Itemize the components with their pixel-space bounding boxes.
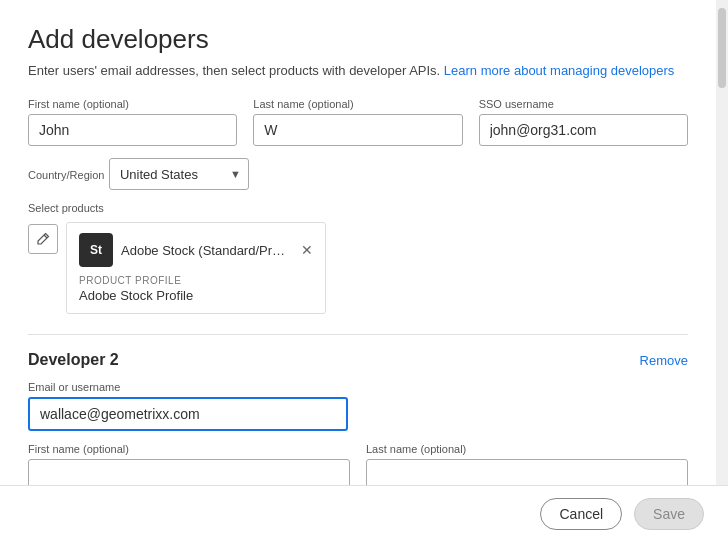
product-name: Adobe Stock (Standard/Premium U... [121, 243, 291, 258]
scrollbar-track[interactable] [716, 0, 728, 485]
dev2-remove-link[interactable]: Remove [640, 353, 688, 368]
dev2-name-row: First name (optional) Last name (optiona… [28, 443, 688, 485]
dev2-email-input[interactable] [28, 397, 348, 431]
dev2-header: Developer 2 Remove [28, 351, 688, 369]
dev1-country-label: Country/Region [28, 169, 104, 181]
dev2-firstname-input[interactable] [28, 459, 350, 485]
developer-1-section: First name (optional) Last name (optiona… [28, 98, 688, 314]
dev1-sso-group: SSO username [479, 98, 688, 146]
dev1-country-group: Country/Region United States Canada Unit… [28, 158, 688, 190]
dev1-lastname-group: Last name (optional) [253, 98, 462, 146]
dev2-firstname-group: First name (optional) [28, 443, 350, 485]
page-title: Add developers [28, 24, 688, 55]
section-divider [28, 334, 688, 335]
product-icon-name-group: St Adobe Stock (Standard/Premium U... [79, 233, 291, 267]
dev1-lastname-input[interactable] [253, 114, 462, 146]
dev1-select-products-label: Select products [28, 202, 688, 214]
dev1-lastname-label: Last name (optional) [253, 98, 462, 110]
dev1-product-card: St Adobe Stock (Standard/Premium U... ✕ … [66, 222, 326, 314]
dev2-firstname-label: First name (optional) [28, 443, 350, 455]
dev1-firstname-group: First name (optional) [28, 98, 237, 146]
dev1-select-products-section: Select products St [28, 202, 688, 314]
learn-more-link[interactable]: Learn more about managing developers [444, 63, 675, 78]
developer-2-section: Developer 2 Remove Email or username Fir… [28, 351, 688, 485]
dev1-sso-label: SSO username [479, 98, 688, 110]
scrollbar-thumb[interactable] [718, 8, 726, 88]
dev2-email-label: Email or username [28, 381, 688, 393]
dev1-country-select[interactable]: United States Canada United Kingdom Aust… [109, 158, 249, 190]
product-profile-name: Adobe Stock Profile [79, 288, 313, 303]
dev2-lastname-label: Last name (optional) [366, 443, 688, 455]
product-profile-label: PRODUCT PROFILE [79, 275, 313, 286]
dev1-name-row: First name (optional) Last name (optiona… [28, 98, 688, 146]
cancel-button[interactable]: Cancel [540, 498, 622, 530]
dev2-lastname-input[interactable] [366, 459, 688, 485]
dev1-sso-input[interactable] [479, 114, 688, 146]
pencil-icon [36, 232, 50, 246]
product-card-header: St Adobe Stock (Standard/Premium U... ✕ [79, 233, 313, 267]
dev2-lastname-group: Last name (optional) [366, 443, 688, 485]
dev1-country-wrapper: United States Canada United Kingdom Aust… [109, 158, 249, 190]
dev1-firstname-label: First name (optional) [28, 98, 237, 110]
dev2-title: Developer 2 [28, 351, 119, 369]
adobe-stock-icon: St [79, 233, 113, 267]
remove-product-button[interactable]: ✕ [301, 243, 313, 257]
dev1-firstname-input[interactable] [28, 114, 237, 146]
page-description: Enter users' email addresses, then selec… [28, 63, 688, 78]
save-button: Save [634, 498, 704, 530]
footer: Cancel Save [0, 485, 728, 542]
dev1-products-row: St Adobe Stock (Standard/Premium U... ✕ … [28, 222, 688, 314]
dev2-email-group: Email or username [28, 381, 688, 443]
dev1-edit-products-button[interactable] [28, 224, 58, 254]
